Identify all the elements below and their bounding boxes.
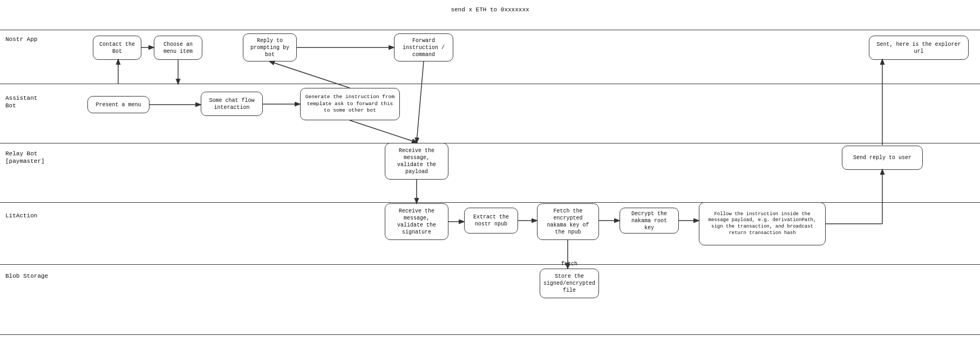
diagram: send x ETH to 0xxxxxxx Nostr App Assista…: [0, 0, 980, 343]
label-nostr-app: Nostr App: [5, 36, 37, 43]
box-send-reply-user: Send reply to user: [842, 146, 923, 170]
diagram-title: send x ETH to 0xxxxxxx: [451, 6, 529, 13]
box-extract-npub: Extract thenostr npub: [464, 208, 518, 234]
arrows-svg: [0, 0, 980, 343]
fetch-label: fetch: [561, 261, 577, 267]
box-follow-instruction: Follow the instruction inside themessage…: [699, 202, 826, 245]
lane-relay-bot: [0, 143, 980, 143]
box-chat-flow: Some chat flowinteraction: [201, 92, 263, 116]
lane-lit-action: [0, 202, 980, 203]
box-reply-prompting: Reply toprompting bybot: [243, 33, 297, 61]
label-relay-bot: Relay Bot[paymaster]: [5, 150, 45, 166]
box-store-signed: Store thesigned/encryptedfile: [540, 269, 599, 298]
label-assistant-bot: AssistantBot: [5, 94, 37, 110]
box-receive-validate-lit: Receive themessage,validate thesignature: [385, 203, 448, 240]
svg-line-9: [417, 61, 424, 142]
box-forward-instruction: Forwardinstruction /command: [394, 33, 453, 61]
box-decrypt-key: Decrypt thenakama rootkey: [620, 208, 679, 234]
box-sent-explorer: Sent, here is the explorer url: [869, 36, 969, 60]
label-blob-storage: Blob Storage: [5, 272, 48, 280]
lane-nostr-app: [0, 30, 980, 30]
box-contact-bot: Contact theBot: [93, 36, 141, 60]
box-receive-validate-relay: Receive themessage,validate thepayload: [385, 143, 448, 180]
box-present-menu: Present a menu: [87, 96, 149, 113]
lane-blob-storage: [0, 264, 980, 265]
svg-line-8: [350, 120, 417, 142]
lane-bottom: [0, 334, 980, 335]
lane-assistant-bot: [0, 84, 980, 84]
box-choose-menu: Choose anmenu item: [154, 36, 202, 60]
box-fetch-encrypted-key: Fetch theencryptednakama key ofthe npub: [537, 203, 599, 240]
box-generate-instruction: Generate the instruction fromtemplate as…: [300, 88, 400, 120]
label-lit-action: LitAction: [5, 212, 37, 219]
